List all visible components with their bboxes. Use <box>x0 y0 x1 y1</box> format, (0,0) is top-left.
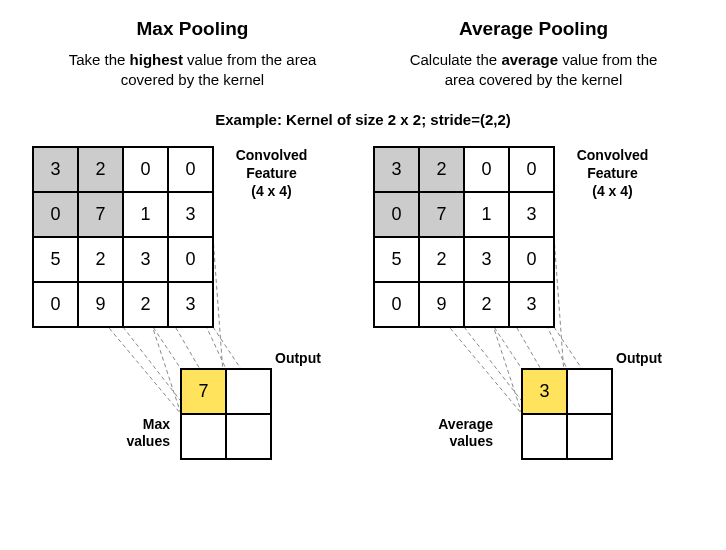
grid-cell: 3 <box>168 192 213 237</box>
grid-cell: 0 <box>374 192 419 237</box>
grid-cell: 0 <box>464 147 509 192</box>
grid-cell: 1 <box>464 192 509 237</box>
grid-cell: 0 <box>168 147 213 192</box>
out-cell <box>522 414 567 459</box>
out-cell <box>226 369 271 414</box>
right-conv-label: Convolved Feature (4 x 4) <box>565 146 660 201</box>
grid-cell: 0 <box>509 147 554 192</box>
grid-cell: 2 <box>464 282 509 327</box>
values-label-l1: Max <box>143 416 170 432</box>
grid-cell: 2 <box>419 147 464 192</box>
left-title: Max Pooling <box>137 18 249 40</box>
grid-cell: 0 <box>33 192 78 237</box>
grid-cell: 7 <box>78 192 123 237</box>
grid-cell: 3 <box>374 147 419 192</box>
out-cell <box>567 369 612 414</box>
example-line: Example: Kernel of size 2 x 2; stride=(2… <box>22 111 704 128</box>
grid-cell: 2 <box>419 237 464 282</box>
conv-label-l3: (4 x 4) <box>251 183 291 199</box>
values-label-l2: values <box>449 433 493 449</box>
out-cell: 3 <box>522 369 567 414</box>
grid-cell: 0 <box>123 147 168 192</box>
grid-cell: 0 <box>374 282 419 327</box>
right-desc-bold: average <box>501 51 558 68</box>
right-desc-pre: Calculate the <box>410 51 502 68</box>
conv-label-l1: Convolved <box>577 147 649 163</box>
example-text: Kernel of size 2 x 2; stride=(2,2) <box>282 111 511 128</box>
left-col-header: Max Pooling Take the highest value from … <box>22 18 363 101</box>
grid-cell: 3 <box>123 237 168 282</box>
conv-label-l2: Feature <box>246 165 297 181</box>
grid-cell: 3 <box>509 282 554 327</box>
conv-label-l2: Feature <box>587 165 638 181</box>
left-conv-label: Convolved Feature (4 x 4) <box>224 146 319 201</box>
left-desc-pre: Take the <box>69 51 130 68</box>
grid-cell: 3 <box>33 147 78 192</box>
grid-cell: 0 <box>33 282 78 327</box>
out-cell <box>567 414 612 459</box>
diagram-row: 3 2 0 0 0 7 1 3 5 2 3 0 0 9 2 3 Convolve… <box>22 146 704 476</box>
values-label-l1: Average <box>438 416 493 432</box>
right-diagram: 3 2 0 0 0 7 1 3 5 2 3 0 0 9 2 3 Convolve… <box>363 146 704 476</box>
grid-cell: 0 <box>168 237 213 282</box>
left-values-label: Max values <box>90 416 170 451</box>
left-description: Take the highest value from the area cov… <box>63 50 323 91</box>
grid-cell: 3 <box>509 192 554 237</box>
out-cell <box>181 414 226 459</box>
example-lead: Example: <box>215 111 282 128</box>
grid-cell: 3 <box>168 282 213 327</box>
left-output-grid: 7 <box>180 368 272 460</box>
grid-cell: 3 <box>464 237 509 282</box>
values-label-l2: values <box>126 433 170 449</box>
right-output-grid: 3 <box>521 368 613 460</box>
grid-cell: 5 <box>33 237 78 282</box>
conv-label-l3: (4 x 4) <box>592 183 632 199</box>
left-desc-bold: highest <box>130 51 183 68</box>
right-output-label: Output <box>616 350 662 366</box>
grid-cell: 1 <box>123 192 168 237</box>
header-columns: Max Pooling Take the highest value from … <box>22 18 704 101</box>
left-diagram: 3 2 0 0 0 7 1 3 5 2 3 0 0 9 2 3 Convolve… <box>22 146 363 476</box>
grid-cell: 5 <box>374 237 419 282</box>
grid-cell: 0 <box>509 237 554 282</box>
right-values-label: Average values <box>413 416 493 451</box>
conv-label-l1: Convolved <box>236 147 308 163</box>
right-col-header: Average Pooling Calculate the average va… <box>363 18 704 101</box>
right-input-grid: 3 2 0 0 0 7 1 3 5 2 3 0 0 9 2 3 <box>373 146 555 328</box>
right-title: Average Pooling <box>459 18 608 40</box>
grid-cell: 7 <box>419 192 464 237</box>
out-cell <box>226 414 271 459</box>
page-root: Max Pooling Take the highest value from … <box>0 0 726 550</box>
right-description: Calculate the average value from the are… <box>404 50 664 91</box>
grid-cell: 9 <box>419 282 464 327</box>
grid-cell: 9 <box>78 282 123 327</box>
left-output-label: Output <box>275 350 321 366</box>
grid-cell: 2 <box>78 147 123 192</box>
grid-cell: 2 <box>78 237 123 282</box>
grid-cell: 2 <box>123 282 168 327</box>
left-input-grid: 3 2 0 0 0 7 1 3 5 2 3 0 0 9 2 3 <box>32 146 214 328</box>
out-cell: 7 <box>181 369 226 414</box>
